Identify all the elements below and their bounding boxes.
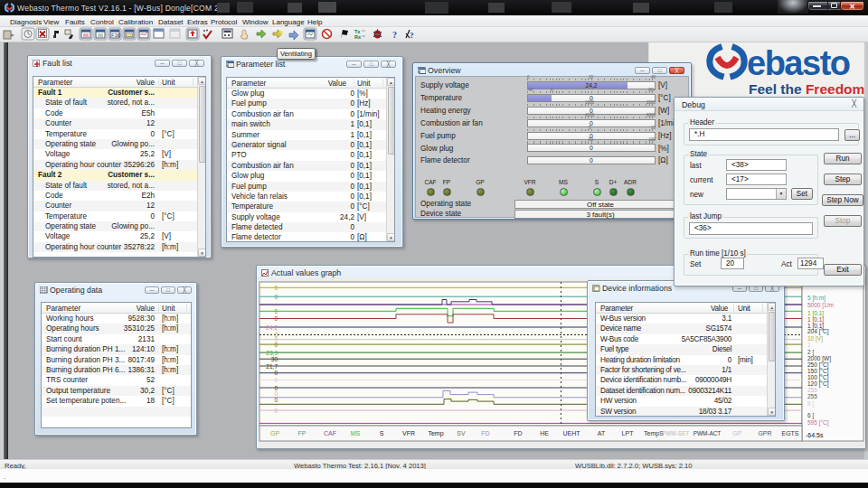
svg-text:UEHT: UEHT [562, 430, 580, 436]
svg-text:GP: GP [732, 430, 741, 436]
svg-text:204 [°C]: 204 [°C] [807, 328, 829, 335]
svg-text:GP: GP [270, 430, 279, 436]
svg-text:23,9: 23,9 [266, 350, 278, 356]
svg-text:595 [°C]: 595 [°C] [807, 419, 829, 427]
svg-text:PWM-ACT: PWM-ACT [693, 430, 722, 436]
svg-text:HE: HE [540, 430, 549, 436]
svg-text:0: 0 [274, 408, 278, 414]
svg-text:?: ? [392, 30, 397, 40]
svg-text:0: 0 [274, 397, 278, 403]
svg-text:S: S [380, 430, 384, 436]
svg-text:255: 255 [807, 393, 817, 399]
svg-text:5 [h:m]: 5 [h:m] [807, 295, 826, 302]
svg-text:F30: F30 [111, 33, 121, 38]
svg-text:GPR: GPR [758, 430, 771, 436]
svg-text:0: 0 [274, 342, 278, 348]
svg-text:0: 0 [274, 370, 278, 376]
svg-text:0: 0 [274, 294, 278, 300]
svg-text:LPT: LPT [622, 430, 635, 436]
svg-text:TempS: TempS [644, 430, 664, 437]
svg-text:EGTS: EGTS [781, 430, 798, 436]
svg-text:-64.5s: -64.5s [806, 432, 824, 438]
svg-text:FD: FD [514, 430, 522, 436]
svg-text:?: ? [410, 31, 414, 40]
svg-text:AT: AT [598, 430, 606, 436]
svg-text:0: 0 [274, 308, 278, 314]
svg-text:0: 0 [274, 285, 278, 291]
svg-text:5000 [1/m: 5000 [1/m [807, 302, 834, 309]
svg-text:6 [: 6 [ [807, 412, 814, 419]
svg-text:Feel the Freedom: Feel the Freedom [749, 81, 864, 97]
svg-text:CAF: CAF [324, 430, 336, 436]
svg-text:FP: FP [298, 430, 307, 436]
svg-text:SV: SV [457, 430, 466, 436]
svg-text:0: 0 [274, 377, 278, 383]
svg-text:Temp: Temp [428, 430, 443, 437]
svg-text:0: 0 [274, 390, 278, 397]
svg-text:ebasto: ebasto [747, 44, 851, 82]
svg-text:0: 0 [274, 315, 278, 322]
svg-text:24,2: 24,2 [266, 324, 278, 331]
svg-text:FD: FD [481, 430, 489, 436]
svg-text:Rx: Rx [354, 34, 362, 40]
svg-text:8 [: 8 [ [807, 400, 814, 408]
svg-text:PWM-SET: PWM-SET [662, 430, 689, 436]
svg-text:MS: MS [351, 430, 361, 436]
svg-text:1: 1 [807, 342, 811, 348]
svg-text:30: 30 [271, 356, 278, 362]
svg-text:21,7: 21,7 [266, 363, 278, 370]
svg-text:VFR: VFR [402, 430, 415, 436]
